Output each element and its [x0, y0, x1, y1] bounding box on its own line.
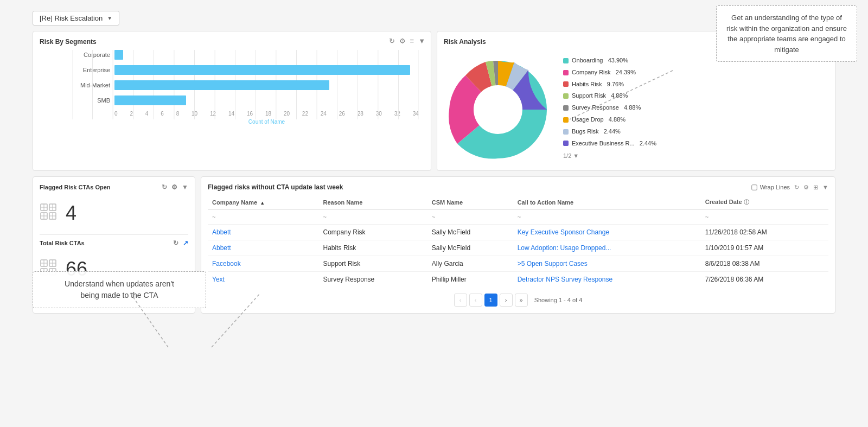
gear-icon[interactable]: ⚙	[399, 37, 406, 45]
flagged-count: 4	[66, 202, 76, 225]
panel-icons: ↻ ⚙ ≡ ▼	[389, 37, 425, 45]
flagged-risks-table-panel: Flagged risks without CTA update last we…	[201, 176, 835, 314]
x-axis-label: Count of Name	[72, 119, 419, 125]
legend-support-risk: Support Risk 4.88%	[563, 91, 656, 101]
table-header-row: Flagged risks without CTA update last we…	[208, 183, 828, 191]
flagged-risk-section: Flagged Risk CTAs Open ↻ ⚙ ▼	[40, 183, 188, 235]
reason-cell: Support Risk	[319, 256, 427, 272]
company-link[interactable]: Yext	[212, 276, 225, 283]
csm-cell: Sally McField	[427, 225, 513, 240]
table-title: Flagged risks without CTA update last we…	[208, 183, 343, 191]
csm-cell: Ally Garcia	[427, 256, 513, 272]
cta-link[interactable]: Key Executive Sponsor Change	[518, 228, 609, 236]
report-dropdown[interactable]: [Re] Risk Escalation ▼	[33, 11, 119, 26]
refresh-icon[interactable]: ↻	[794, 184, 799, 191]
legend-onboarding: Onboarding 43.90%	[563, 55, 656, 66]
pie-svg	[444, 55, 552, 164]
pie-section: Onboarding 43.90% Company Risk 24.39% Ha…	[444, 50, 828, 164]
bar-row-smb: SMB	[72, 95, 419, 105]
filter-cta[interactable]: ~	[513, 210, 701, 225]
company-link[interactable]: Facebook	[212, 260, 241, 267]
flagged-risk-counter-body: 4	[40, 196, 188, 230]
col-created-date[interactable]: Created Date ⓘ	[701, 195, 828, 210]
risks-table: Company Name ▲ Reason Name CSM Name Call…	[208, 195, 828, 287]
bar-chart: Corporate Enterprise Mid-Market	[40, 50, 424, 136]
last-page-btn[interactable]: »	[515, 294, 528, 307]
filter-date[interactable]: ~	[701, 210, 828, 225]
legend-survey-response: Survey Response 4.88%	[563, 103, 656, 113]
callout-top-right: Get an understanding of the type of risk…	[716, 5, 857, 62]
date-cell: 1/10/2019 01:57 AM	[701, 240, 828, 256]
dropdown-label: [Re] Risk Escalation	[40, 14, 103, 22]
legend-habits-risk: Habits Risk 9.76%	[563, 79, 656, 90]
sort-asc-icon: ▲	[260, 200, 265, 206]
blue-arrow-icon[interactable]: ↗	[183, 239, 188, 247]
next-page-btn[interactable]: ›	[500, 294, 513, 307]
cta-link[interactable]: Low Adoption: Usage Dropped...	[518, 244, 611, 252]
cta-link[interactable]: Detractor NPS Survey Response	[518, 276, 612, 283]
callout-bottom-left: Understand when updates aren'tbeing made…	[33, 271, 206, 308]
filter-icon[interactable]: ▼	[182, 183, 188, 191]
legend-executive-business: Executive Business R... 2.44%	[563, 138, 656, 149]
table-row: Facebook Support Risk Ally Garcia >5 Ope…	[208, 256, 828, 272]
wrap-lines-checkbox[interactable]	[751, 184, 757, 190]
pie-legend: Onboarding 43.90% Company Risk 24.39% Ha…	[563, 55, 656, 162]
reason-cell: Habits Risk	[319, 240, 427, 256]
first-page-btn[interactable]: ‹	[454, 294, 467, 307]
prev-page-btn[interactable]: ‹	[469, 294, 482, 307]
grid-icon	[40, 203, 57, 224]
date-cell: 7/26/2018 06:36 AM	[701, 272, 828, 288]
company-link[interactable]: Abbett	[212, 244, 231, 252]
cta-link[interactable]: >5 Open Support Cases	[518, 260, 588, 267]
table-row: Yext Survey Response Phillip Miller Detr…	[208, 272, 828, 288]
page-1-btn[interactable]: 1	[484, 294, 497, 307]
legend-company-risk: Company Risk 24.39%	[563, 67, 656, 78]
legend-pagination[interactable]: 1/2 ▼	[563, 151, 656, 162]
menu-icon[interactable]: ≡	[410, 37, 414, 45]
filter-reason[interactable]: ~	[319, 210, 427, 225]
wrap-lines-control[interactable]: Wrap Lines	[751, 184, 790, 191]
gear-icon[interactable]: ⚙	[171, 183, 177, 191]
filter-company[interactable]: ~	[208, 210, 319, 225]
table-header: Company Name ▲ Reason Name CSM Name Call…	[208, 195, 828, 210]
col-company-name[interactable]: Company Name ▲	[208, 195, 319, 210]
col-csm-name[interactable]: CSM Name	[427, 195, 513, 210]
csm-cell: Phillip Miller	[427, 272, 513, 288]
reason-cell: Company Risk	[319, 225, 427, 240]
refresh-icon[interactable]: ↻	[173, 239, 178, 247]
flagged-risk-title: Flagged Risk CTAs Open ↻ ⚙ ▼	[40, 183, 188, 191]
x-axis-ticks: 0 2 4 6 8 10 12 14 16 18 20 22 24 26 28 …	[72, 111, 419, 117]
pagination: ‹ ‹ 1 › » Showing 1 - 4 of 4	[208, 294, 828, 307]
date-cell: 8/6/2018 08:38 AM	[701, 256, 828, 272]
bar-row-corporate: Corporate	[72, 50, 419, 60]
risk-by-segments-panel: Risk By Segments ↻ ⚙ ≡ ▼	[33, 31, 431, 171]
svg-point-18	[474, 85, 522, 134]
pie-chart	[444, 55, 552, 164]
csm-cell: Sally McField	[427, 240, 513, 256]
table-row: Abbett Habits Risk Sally McField Low Ado…	[208, 240, 828, 256]
filter-csm[interactable]: ~	[427, 210, 513, 225]
wrap-lines-label: Wrap Lines	[760, 184, 790, 190]
refresh-icon[interactable]: ↻	[389, 37, 395, 45]
date-cell: 11/26/2018 02:58 AM	[701, 225, 828, 240]
legend-bugs-risk: Bugs Risk 2.44%	[563, 126, 656, 137]
bar-row-midmarket: Mid-Market	[72, 80, 419, 90]
showing-text: Showing 1 - 4 of 4	[534, 297, 583, 303]
refresh-icon[interactable]: ↻	[162, 183, 167, 191]
company-link[interactable]: Abbett	[212, 228, 231, 236]
filter-icon[interactable]: ▼	[418, 37, 425, 45]
filter-icon[interactable]: ▼	[822, 184, 828, 190]
risk-segments-title: Risk By Segments	[40, 38, 424, 46]
reason-cell: Survey Response	[319, 272, 427, 288]
col-cta-name[interactable]: Call to Action Name	[513, 195, 701, 210]
chevron-down-icon: ▼	[107, 15, 112, 21]
filter-row: ~ ~ ~ ~ ~	[208, 210, 828, 225]
bar-row-enterprise: Enterprise	[72, 65, 419, 75]
table-row: Abbett Company Risk Sally McField Key Ex…	[208, 225, 828, 240]
legend-usage-drop: Usage Drop 4.88%	[563, 114, 656, 125]
gear-icon[interactable]: ⚙	[803, 184, 809, 191]
grid-view-icon[interactable]: ⊞	[813, 184, 818, 191]
total-risk-title: Total Risk CTAs ↻ ↗	[40, 239, 188, 247]
col-reason-name[interactable]: Reason Name	[319, 195, 427, 210]
info-icon: ⓘ	[744, 199, 749, 205]
